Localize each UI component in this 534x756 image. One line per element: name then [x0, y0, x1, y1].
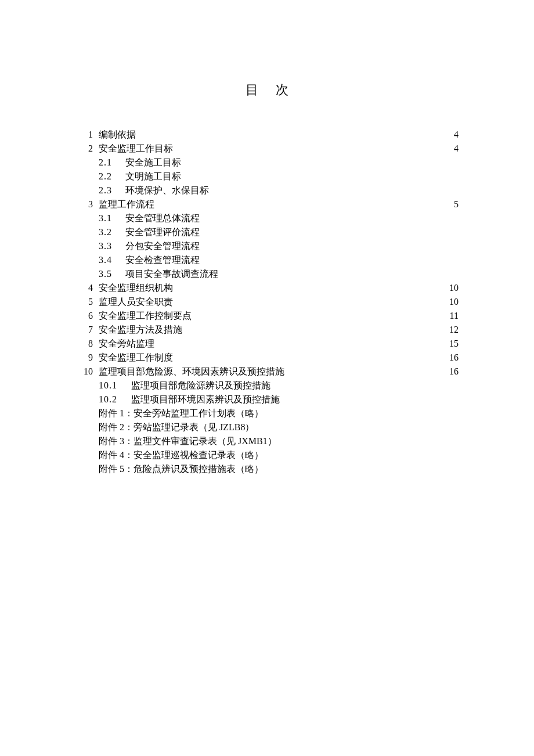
toc-entry-number: 2: [75, 142, 99, 156]
toc-entry-page: 15: [435, 337, 459, 351]
toc-entry: 4安全监理组织机构10: [75, 281, 459, 295]
toc-entry-number: 3: [75, 197, 99, 211]
document-page: 目次 1编制依据42安全监理工作目标42.1安全施工目标2.2文明施工目标2.3…: [0, 0, 534, 476]
toc-sub-entry: 10.2监理项目部环境因素辨识及预控措施: [75, 393, 459, 406]
toc-entry-label: 编制依据: [99, 128, 435, 142]
toc-sub-entry-number: 10.2: [99, 393, 131, 406]
toc-sub-entry-label: 环境保护、水保目标: [125, 183, 459, 197]
toc-sub-entry: 3.1安全管理总体流程: [75, 211, 459, 225]
toc-sub-entry-label: 安全施工目标: [125, 156, 459, 170]
toc-entry: 2安全监理工作目标4: [75, 142, 459, 156]
toc-sub-entry-number: 3.3: [99, 239, 125, 253]
toc-entry-number: 6: [75, 309, 99, 323]
toc-attachment: 附件 2：旁站监理记录表（见 JZLB8）: [75, 420, 459, 434]
toc-entry-page: 16: [435, 365, 459, 379]
toc-sub-entry-number: 2.3: [99, 183, 125, 197]
toc-sub-entry: 3.3分包安全管理流程: [75, 239, 459, 253]
toc-attachment: 附件 1：安全旁站监理工作计划表（略）: [75, 406, 459, 420]
toc-sub-entry: 3.5项目安全事故调查流程: [75, 267, 459, 281]
toc-entry: 10监理项目部危险源、环境因素辨识及预控措施16: [75, 365, 459, 379]
toc-sub-entry-number: 10.1: [99, 379, 131, 393]
toc-sub-entry-label: 安全检查管理流程: [125, 253, 459, 267]
toc-entry-page: 12: [435, 323, 459, 337]
toc-entry-page: 4: [435, 128, 459, 142]
toc-entry-page: 10: [435, 295, 459, 309]
toc-entry-label: 监理人员安全职责: [99, 295, 435, 309]
toc-sub-entry-label: 安全管理总体流程: [125, 211, 459, 225]
toc-attachment: 附件 4：安全监理巡视检查记录表（略）: [75, 448, 459, 462]
toc-sub-entry: 2.1安全施工目标: [75, 156, 459, 170]
toc-entry-number: 9: [75, 351, 99, 365]
toc-sub-entry: 10.1监理项目部危险源辨识及预控措施: [75, 379, 459, 393]
toc-sub-entry-number: 2.1: [99, 156, 125, 170]
toc-entry-label: 安全旁站监理: [99, 337, 435, 351]
toc-sub-entry: 2.2文明施工目标: [75, 170, 459, 183]
toc-sub-entry-label: 监理项目部危险源辨识及预控措施: [131, 379, 459, 393]
toc-entry: 5监理人员安全职责10: [75, 295, 459, 309]
toc-entry-number: 7: [75, 323, 99, 337]
toc-entry: 9安全监理工作制度16: [75, 351, 459, 365]
toc-entry-label: 安全监理工作目标: [99, 142, 435, 156]
toc-sub-entry-label: 项目安全事故调查流程: [125, 267, 459, 281]
toc-entry-page: 5: [435, 197, 459, 211]
toc-entry: 3监理工作流程5: [75, 197, 459, 211]
toc-entry-label: 监理项目部危险源、环境因素辨识及预控措施: [99, 365, 435, 379]
toc-sub-entry-label: 安全管理评价流程: [125, 225, 459, 239]
toc-sub-entry: 2.3环境保护、水保目标: [75, 183, 459, 197]
toc-sub-entry-label: 分包安全管理流程: [125, 239, 459, 253]
toc-sub-entry: 3.4安全检查管理流程: [75, 253, 459, 267]
toc-sub-entry-label: 监理项目部环境因素辨识及预控措施: [131, 393, 459, 406]
toc-entry-number: 10: [75, 365, 99, 379]
toc-entry-number: 1: [75, 128, 99, 142]
toc-sub-entry: 3.2安全管理评价流程: [75, 225, 459, 239]
toc-sub-entry-number: 3.4: [99, 253, 125, 267]
toc-entry-number: 4: [75, 281, 99, 295]
toc-entry-number: 8: [75, 337, 99, 351]
toc-entry-page: 10: [435, 281, 459, 295]
toc-entry: 8安全旁站监理15: [75, 337, 459, 351]
toc-entry-label: 安全监理工作控制要点: [99, 309, 435, 323]
toc-attachment: 附件 3：监理文件审查记录表（见 JXMB1）: [75, 434, 459, 448]
page-title: 目次: [23, 81, 511, 99]
toc-sub-entry-number: 3.1: [99, 211, 125, 225]
toc-sub-entry-number: 3.2: [99, 225, 125, 239]
toc-sub-entry-label: 文明施工目标: [125, 170, 459, 183]
toc-sub-entry-number: 2.2: [99, 170, 125, 183]
toc-entry-label: 监理工作流程: [99, 197, 435, 211]
toc-entry-label: 安全监理方法及措施: [99, 323, 435, 337]
toc-entry: 7安全监理方法及措施12: [75, 323, 459, 337]
toc-entry: 1编制依据4: [75, 128, 459, 142]
table-of-contents: 1编制依据42安全监理工作目标42.1安全施工目标2.2文明施工目标2.3环境保…: [23, 128, 511, 476]
toc-attachment: 附件 5：危险点辨识及预控措施表（略）: [75, 462, 459, 476]
toc-entry-label: 安全监理组织机构: [99, 281, 435, 295]
toc-entry: 6安全监理工作控制要点11: [75, 309, 459, 323]
toc-entry-number: 5: [75, 295, 99, 309]
toc-entry-label: 安全监理工作制度: [99, 351, 435, 365]
toc-entry-page: 4: [435, 142, 459, 156]
toc-sub-entry-number: 3.5: [99, 267, 125, 281]
toc-entry-page: 16: [435, 351, 459, 365]
toc-entry-page: 11: [435, 309, 459, 323]
